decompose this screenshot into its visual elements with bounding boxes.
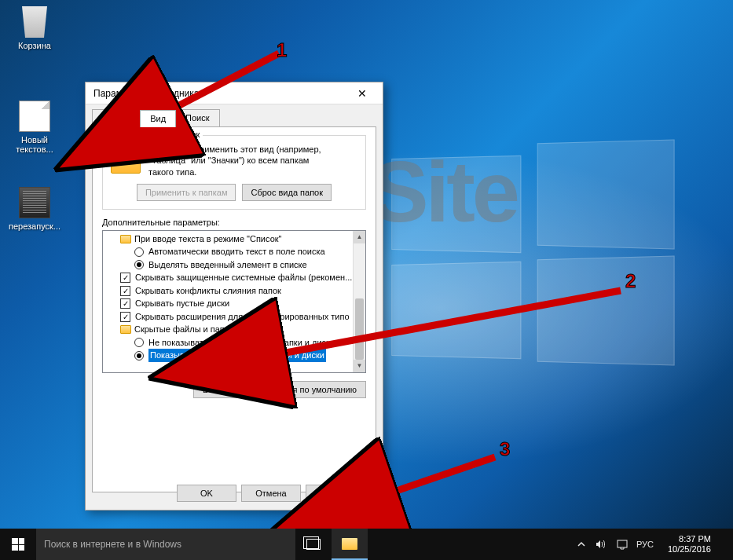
group-legend: Представление папок bbox=[109, 130, 203, 139]
folder-views-group: Представление папок Вы можете применить … bbox=[102, 135, 366, 210]
recycle-bin-icon bbox=[19, 6, 50, 38]
tree-row[interactable]: ✓Скрывать пустые диски bbox=[103, 297, 353, 310]
tree-row-label: Скрывать расширения для зарегистрированн… bbox=[135, 310, 350, 324]
tree-row[interactable]: ✓Скрывать защищенные системные файлы (ре… bbox=[103, 271, 353, 284]
icon-label: перезапуск... bbox=[6, 221, 63, 231]
tree-row[interactable]: Показывать скрытые файлы, папки и диски bbox=[103, 349, 353, 362]
icon-label: Новый текстов... bbox=[6, 135, 63, 154]
tree-row-label: При вводе текста в режиме "Список" bbox=[134, 232, 281, 246]
tree-row-label: Выделять введенный элемент в списке bbox=[148, 258, 307, 272]
tree-row-label: Скрывать защищенные системные файлы (рек… bbox=[135, 271, 352, 284]
windows-icon bbox=[12, 538, 24, 551]
dialog-tabs: Общие Вид Поиск bbox=[86, 104, 383, 126]
text-file-icon bbox=[19, 101, 50, 132]
annotation-number-2: 2 bbox=[625, 270, 636, 292]
tree-row[interactable]: ✓Скрывать конфликты слияния папок bbox=[103, 284, 353, 298]
folder-view-icon bbox=[111, 144, 141, 174]
advanced-settings-label: Дополнительные параметры: bbox=[102, 218, 366, 227]
radio-button[interactable] bbox=[134, 351, 144, 361]
dialog-title: Параметры Проводника bbox=[93, 88, 346, 99]
checkbox[interactable]: ✓ bbox=[120, 273, 130, 283]
folder-options-dialog: Параметры Проводника ✕ Общие Вид Поиск П… bbox=[85, 82, 383, 511]
clock-time: 8:37 PM bbox=[668, 534, 711, 544]
restore-defaults-button[interactable]: Восстановить значения по умолчанию bbox=[193, 381, 366, 398]
tree-row-label: Не показывать скрытые файлы, папки и дис… bbox=[148, 336, 335, 350]
taskbar-search-box[interactable]: Поиск в интернете и в Windows bbox=[36, 529, 295, 560]
batch-file-icon bbox=[19, 187, 50, 218]
tree-row-label: Скрывать пустые диски bbox=[135, 297, 229, 310]
desktop-icon-text-file[interactable]: Новый текстов... bbox=[6, 101, 63, 154]
tree-scrollbar[interactable]: ▲ ▼ bbox=[353, 231, 365, 372]
system-tray: РУС 8:37 PM 10/25/2016 bbox=[569, 529, 733, 560]
tab-search[interactable]: Поиск bbox=[175, 109, 219, 126]
language-indicator[interactable]: РУС bbox=[636, 538, 654, 551]
icon-label: Корзина bbox=[6, 41, 63, 50]
tree-row-label: Скрывать конфликты слияния папок bbox=[135, 284, 281, 298]
folder-icon bbox=[120, 325, 131, 334]
annotation-number-1: 1 bbox=[277, 39, 287, 61]
desktop-icon-recycle-bin[interactable]: Корзина bbox=[6, 6, 63, 50]
tree-row-label: Автоматически вводить текст в поле поиск… bbox=[148, 245, 325, 258]
task-view-button[interactable] bbox=[295, 529, 332, 560]
ok-button[interactable]: OK bbox=[177, 485, 236, 502]
windows-logo-art bbox=[387, 141, 686, 377]
apply-to-folders-button: Применить к папкам bbox=[137, 184, 236, 201]
tree-row: Скрытые файлы и папки bbox=[103, 323, 353, 336]
folder-view-description: Вы можете применить этот вид (например, … bbox=[148, 144, 321, 178]
reset-folders-button[interactable]: Сброс вида папок bbox=[242, 184, 332, 201]
checkbox[interactable]: ✓ bbox=[120, 298, 130, 309]
tab-view[interactable]: Вид bbox=[140, 110, 176, 127]
clock-date: 10/25/2016 bbox=[668, 544, 711, 555]
desktop-icon-bat-file[interactable]: перезапуск... bbox=[6, 187, 63, 231]
tree-row[interactable]: Выделять введенный элемент в списке bbox=[103, 258, 353, 272]
tree-row-label: Показывать скрытые файлы, папки и диски bbox=[148, 349, 326, 362]
tree-row[interactable]: ✓Скрывать расширения для зарегистрирован… bbox=[103, 310, 353, 324]
checkbox[interactable]: ✓ bbox=[120, 312, 130, 322]
tab-general[interactable]: Общие bbox=[92, 109, 141, 126]
tree-row-label: Скрытые файлы и папки bbox=[134, 323, 233, 336]
radio-button[interactable] bbox=[134, 338, 144, 347]
close-button[interactable]: ✕ bbox=[346, 83, 378, 104]
scroll-thumb[interactable] bbox=[355, 298, 364, 360]
tree-row: При вводе текста в режиме "Список" bbox=[103, 232, 353, 246]
tray-chevron-up-icon[interactable] bbox=[575, 538, 588, 551]
taskbar: Поиск в интернете и в Windows РУС 8:37 P… bbox=[0, 529, 733, 560]
volume-icon[interactable] bbox=[596, 538, 608, 551]
task-view-icon bbox=[306, 539, 321, 550]
notifications-icon[interactable] bbox=[616, 538, 629, 551]
tab-content-view: Представление папок Вы можете применить … bbox=[92, 126, 376, 492]
scroll-down-button[interactable]: ▼ bbox=[354, 360, 365, 372]
folder-icon bbox=[120, 235, 131, 243]
scroll-up-button[interactable]: ▲ bbox=[354, 231, 365, 243]
file-explorer-icon bbox=[342, 538, 357, 550]
advanced-settings-tree[interactable]: При вводе текста в режиме "Список"Автома… bbox=[102, 230, 366, 373]
tree-row[interactable]: Не показывать скрытые файлы, папки и дис… bbox=[103, 336, 353, 350]
close-icon: ✕ bbox=[357, 87, 367, 100]
radio-button[interactable] bbox=[134, 260, 144, 269]
taskbar-app-explorer[interactable] bbox=[332, 529, 368, 560]
dialog-titlebar[interactable]: Параметры Проводника ✕ bbox=[86, 82, 383, 104]
svg-rect-4 bbox=[618, 540, 627, 547]
search-placeholder-text: Поиск в интернете и в Windows bbox=[44, 539, 181, 550]
start-button[interactable] bbox=[0, 529, 36, 560]
taskbar-clock[interactable]: 8:37 PM 10/25/2016 bbox=[662, 534, 717, 555]
radio-button[interactable] bbox=[134, 247, 144, 257]
annotation-number-3: 3 bbox=[500, 438, 510, 460]
cancel-button[interactable]: Отмена bbox=[241, 485, 301, 502]
apply-button[interactable]: Применить bbox=[306, 485, 373, 502]
checkbox[interactable]: ✓ bbox=[120, 286, 130, 296]
tree-row[interactable]: Автоматически вводить текст в поле поиск… bbox=[103, 245, 353, 258]
